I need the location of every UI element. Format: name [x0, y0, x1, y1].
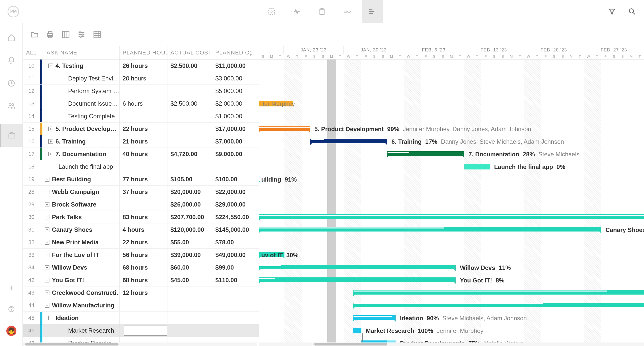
- task-name-cell[interactable]: −Willow Manufacturing: [42, 299, 120, 311]
- row-number[interactable]: 10: [23, 60, 40, 72]
- actual-cost-cell[interactable]: $45.00: [167, 274, 212, 286]
- folder-tool-icon[interactable]: [30, 30, 39, 39]
- print-tool-icon[interactable]: [46, 30, 54, 39]
- expand-toggle-icon[interactable]: +: [45, 253, 49, 257]
- expand-toggle-icon[interactable]: +: [45, 202, 49, 207]
- task-name-cell[interactable]: −4. Testing: [42, 60, 120, 72]
- briefcase-nav-icon[interactable]: [0, 124, 23, 147]
- planned-hours-cell[interactable]: 37 hours: [120, 186, 167, 198]
- task-name-cell[interactable]: Testing Complete: [42, 110, 120, 122]
- planned-cost-cell[interactable]: $5,000.00: [212, 85, 255, 97]
- planned-cost-cell[interactable]: $17,000.00: [212, 123, 255, 135]
- planned-cost-cell[interactable]: $110.00: [212, 274, 255, 286]
- row-number[interactable]: 32: [23, 236, 40, 248]
- gantt-bar[interactable]: [259, 227, 601, 232]
- task-name-cell[interactable]: +Brock Software: [42, 198, 120, 211]
- planned-hours-cell[interactable]: 26 hours: [120, 60, 167, 72]
- task-row[interactable]: 16+6. Training21 hours$7,000.00: [23, 135, 259, 148]
- chevron-down-icon[interactable]: ⌄: [249, 50, 253, 56]
- planned-hours-input[interactable]: [124, 326, 167, 336]
- actual-cost-cell[interactable]: [167, 110, 212, 122]
- row-number[interactable]: 31: [23, 223, 40, 236]
- expand-toggle-icon[interactable]: +: [45, 190, 49, 194]
- planned-cost-cell[interactable]: [212, 299, 255, 311]
- activity-view-button[interactable]: [286, 0, 307, 23]
- expand-toggle-icon[interactable]: +: [45, 240, 49, 245]
- link-view-button[interactable]: [337, 0, 358, 23]
- task-row[interactable]: 19+Best Building77 hours$105.00$100.00: [23, 173, 259, 186]
- task-row[interactable]: 12Perform System …$5,000.00: [23, 85, 259, 97]
- task-row[interactable]: 10−4. Testing26 hours$2,500.00$11,000.00: [23, 60, 259, 72]
- row-number[interactable]: 15: [23, 123, 40, 135]
- expand-toggle-icon[interactable]: +: [45, 227, 49, 232]
- column-planned-cost[interactable]: PLANNED C( ⌄: [212, 46, 255, 59]
- table-tool-icon[interactable]: [93, 30, 101, 39]
- task-name-cell[interactable]: +Park Talks: [42, 211, 120, 223]
- column-task-name[interactable]: TASK NAME: [40, 46, 120, 59]
- task-row[interactable]: 45−Ideation: [23, 312, 259, 324]
- planned-hours-cell[interactable]: 6 hours: [120, 97, 167, 110]
- row-number[interactable]: 12: [23, 85, 40, 97]
- task-name-cell[interactable]: Document Issue…: [42, 97, 120, 110]
- task-name-cell[interactable]: +You Got IT!: [42, 274, 120, 286]
- planned-hours-cell[interactable]: [120, 85, 167, 97]
- scan-view-button[interactable]: [261, 0, 282, 23]
- task-row[interactable]: 32+New Print Media22 hours$55.00$78.00: [23, 236, 259, 249]
- task-name-cell[interactable]: +Canary Shoes: [42, 223, 120, 236]
- task-row[interactable]: 30+Park Talks83 hours$207,700.00$224,550…: [23, 211, 259, 223]
- planned-hours-cell[interactable]: 21 hours: [120, 135, 167, 148]
- planned-hours-cell[interactable]: 68 hours: [120, 261, 167, 274]
- gantt-view-button[interactable]: [362, 0, 383, 23]
- task-row[interactable]: 13Document Issue…6 hours$2,500.00$2,000.…: [23, 97, 259, 110]
- task-row[interactable]: 31+Canary Shoes4 hours$120,000.00$145,00…: [23, 223, 259, 236]
- planned-cost-cell[interactable]: $224,550.00: [212, 211, 255, 223]
- task-name-cell[interactable]: Perform System …: [42, 85, 120, 97]
- gantt-bar[interactable]: [353, 290, 644, 295]
- planned-cost-cell[interactable]: $78.00: [212, 236, 255, 248]
- gantt-bar[interactable]: [259, 126, 310, 131]
- planned-cost-cell[interactable]: $29,000.00: [212, 198, 255, 211]
- gantt-body[interactable]: ifer Murphey5. Product Development99%Jen…: [259, 60, 644, 346]
- task-row[interactable]: 44−Willow Manufacturing: [23, 299, 259, 312]
- row-number[interactable]: 19: [23, 173, 40, 185]
- actual-cost-cell[interactable]: $2,500.00: [167, 97, 212, 110]
- planned-hours-cell[interactable]: [120, 299, 167, 311]
- task-name-cell[interactable]: +Webb Campaign: [42, 186, 120, 198]
- planned-cost-cell[interactable]: $9,000.00: [212, 148, 255, 160]
- row-number[interactable]: 18: [23, 160, 40, 173]
- actual-cost-cell[interactable]: [167, 160, 212, 173]
- expand-toggle-icon[interactable]: +: [45, 291, 49, 295]
- expand-toggle-icon[interactable]: −: [45, 303, 49, 308]
- task-name-cell[interactable]: −Ideation: [42, 312, 120, 324]
- actual-cost-cell[interactable]: [167, 286, 212, 299]
- planned-hours-cell[interactable]: [120, 312, 167, 324]
- planned-cost-cell[interactable]: [212, 160, 255, 173]
- task-name-cell[interactable]: +Creekwood Constructi…: [42, 286, 120, 299]
- planned-hours-cell[interactable]: 77 hours: [120, 173, 167, 185]
- task-row[interactable]: 28+Webb Campaign37 hours$20,000.00$22,00…: [23, 186, 259, 198]
- task-row[interactable]: 17+7. Documentation40 hours$4,720.00$9,0…: [23, 148, 259, 160]
- gantt-bar[interactable]: [353, 328, 362, 333]
- row-number[interactable]: 28: [23, 186, 40, 198]
- row-number[interactable]: 17: [23, 148, 40, 160]
- gantt-bar[interactable]: [353, 303, 644, 307]
- task-row[interactable]: 15+5. Product Develop…22 hours$17,000.00: [23, 123, 259, 135]
- row-number[interactable]: 11: [23, 72, 40, 84]
- planned-hours-cell[interactable]: 4 hours: [120, 223, 167, 236]
- gantt-bar[interactable]: [259, 277, 456, 282]
- task-row[interactable]: 46Market Research: [23, 324, 259, 337]
- home-nav-icon[interactable]: [7, 33, 16, 42]
- actual-cost-cell[interactable]: $55.00: [167, 236, 212, 248]
- expand-toggle-icon[interactable]: +: [45, 177, 49, 182]
- row-number[interactable]: 46: [23, 324, 40, 337]
- column-actual-cost[interactable]: ACTUAL COST: [167, 46, 212, 59]
- actual-cost-cell[interactable]: $207,700.00: [167, 211, 212, 223]
- planned-cost-cell[interactable]: [212, 324, 255, 337]
- planned-hours-cell[interactable]: 83 hours: [120, 211, 167, 223]
- actual-cost-cell[interactable]: $20,000.00: [167, 186, 212, 198]
- planned-cost-cell[interactable]: $145,000.00: [212, 223, 255, 236]
- task-row[interactable]: 43+Creekwood Constructi…12 hours: [23, 286, 259, 299]
- planned-cost-cell[interactable]: $22,000.00: [212, 186, 255, 198]
- clipboard-view-button[interactable]: [312, 0, 332, 23]
- help-nav-icon[interactable]: [7, 305, 16, 314]
